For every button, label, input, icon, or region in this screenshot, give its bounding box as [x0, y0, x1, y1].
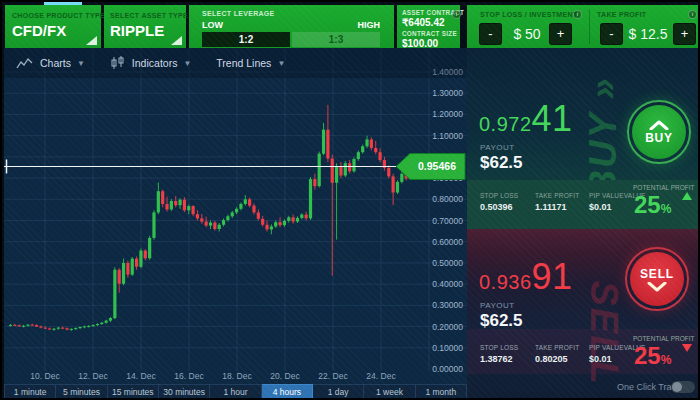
buy-potential-profit-label: POTENTIAL PROFIT	[633, 184, 695, 191]
asset-type-dropdown[interactable]: SELECT ASSET TYPE RIPPLE	[104, 5, 186, 48]
chart-area[interactable]: 1.400001.300001.200001.100001.000000.900…	[4, 48, 467, 384]
timeframe-button[interactable]: 1 hour	[210, 384, 261, 400]
asset-type-value: RIPPLE	[110, 22, 164, 39]
chevron-down-icon: ▼	[77, 59, 85, 68]
timeframe-button[interactable]: 1 month	[416, 384, 467, 400]
sell-stop-loss-label: STOP LOSS	[480, 344, 518, 351]
buy-potential-profit-value: 25%	[634, 191, 671, 219]
dropdown-arrow-icon	[86, 36, 97, 45]
sell-button-label: SELL	[640, 267, 674, 281]
charts-menu-label: Charts	[40, 57, 71, 69]
svg-text:1.30000: 1.30000	[432, 88, 463, 98]
svg-text:14. Dec: 14. Dec	[126, 371, 156, 381]
take-profit-plus-button[interactable]: +	[673, 23, 696, 45]
leverage-selector: SELECT LEVERAGE LOW HIGH 1:2 1:3	[189, 5, 394, 48]
active-tab-indicator	[44, 2, 82, 5]
candlestick-series	[9, 105, 421, 331]
product-type-dropdown[interactable]: CHOOSE PRODUCT TYPE CFD/FX	[5, 5, 101, 48]
profit-up-triangle-icon	[682, 192, 692, 200]
profit-down-triangle-icon	[682, 344, 692, 352]
buy-stop-loss-value: 0.50396	[480, 202, 513, 212]
sell-section: 0.93691 PAYOUT $62.5 SELL » SELL STOP LO…	[467, 229, 700, 400]
timeframe-bar: 1 minute5 minutes15 minutes30 minutes1 h…	[4, 384, 467, 400]
contract-size-label: CONTRACT SIZE	[402, 30, 457, 37]
header-divider	[589, 9, 590, 44]
timeframe-button[interactable]: 5 minutes	[56, 384, 107, 400]
svg-text:12. Dec: 12. Dec	[78, 371, 108, 381]
buy-stats-strip: STOP LOSS 0.50396 TAKE PROFIT 1.11171 PI…	[467, 180, 700, 229]
timeframe-button[interactable]: 1 week	[364, 384, 415, 400]
svg-text:18. Dec: 18. Dec	[222, 371, 252, 381]
take-profit-value: $ 12.5	[625, 25, 671, 43]
sell-stats-strip: STOP LOSS 1.38762 TAKE PROFIT 0.80205 PI…	[467, 329, 700, 374]
candlestick-icon	[110, 56, 126, 70]
svg-text:0.20000: 0.20000	[432, 322, 463, 332]
svg-text:0.30000: 0.30000	[432, 300, 463, 310]
current-price-tag: 0.95466	[396, 153, 465, 179]
trend-lines-menu-label: Trend Lines	[216, 57, 271, 69]
sell-price: 0.93691	[479, 256, 573, 298]
asset-contract-value: ₹6405.42	[402, 17, 445, 28]
leverage-option-1-2[interactable]: 1:2	[202, 32, 290, 47]
product-type-value: CFD/FX	[12, 22, 66, 39]
x-axis-labels: 10. Dec12. Dec14. Dec16. Dec18. Dec20. D…	[30, 371, 396, 381]
svg-text:0.80000: 0.80000	[432, 194, 463, 204]
leverage-high-label: HIGH	[358, 20, 381, 30]
svg-text:20. Dec: 20. Dec	[270, 371, 300, 381]
sell-potential-profit-value: 25%	[634, 342, 671, 370]
timeframe-button[interactable]: 1 minute	[4, 384, 56, 400]
toggle-knob	[672, 382, 682, 392]
buy-button-label: BUY	[645, 131, 673, 145]
timeframe-button[interactable]: 30 minutes	[159, 384, 210, 400]
timeframe-button[interactable]: 4 hours	[262, 384, 313, 400]
info-icon[interactable]: i	[688, 10, 697, 19]
leverage-option-1-3[interactable]: 1:3	[292, 32, 380, 47]
stop-loss-minus-button[interactable]: -	[479, 23, 502, 45]
dropdown-arrow-icon	[171, 36, 182, 45]
leverage-low-label: LOW	[202, 20, 223, 30]
sell-price-prefix: 0.936	[479, 271, 532, 294]
timeframe-button[interactable]: 15 minutes	[108, 384, 159, 400]
buy-button[interactable]: BUY	[627, 100, 691, 164]
sell-take-profit-value: 0.80205	[535, 354, 568, 364]
line-chart-icon	[16, 57, 34, 70]
chevron-down-icon: ▼	[277, 59, 285, 68]
buy-take-profit-value: 1.11171	[535, 202, 567, 212]
svg-text:0.60000: 0.60000	[432, 237, 463, 247]
sell-stop-loss-value: 1.38762	[480, 354, 513, 364]
svg-text:0.95466: 0.95466	[418, 160, 456, 172]
leverage-label: SELECT LEVERAGE	[202, 10, 275, 17]
stop-loss-plus-button[interactable]: +	[549, 23, 572, 45]
sell-button[interactable]: SELL	[625, 247, 689, 311]
one-click-trade-toggle[interactable]	[671, 381, 695, 393]
svg-text:16. Dec: 16. Dec	[174, 371, 204, 381]
contract-info-block: ASSET CONTRACT ₹6405.42 CONTRACT SIZE $1…	[397, 5, 460, 48]
svg-text:10. Dec: 10. Dec	[30, 371, 60, 381]
buy-price: 0.97241	[479, 98, 573, 140]
chevron-up-icon	[648, 120, 670, 130]
buy-price-prefix: 0.972	[479, 113, 532, 136]
info-icon[interactable]: i	[452, 10, 461, 19]
buy-stop-loss-label: STOP LOSS	[480, 192, 518, 199]
chart-pane: 1.400001.300001.200001.100001.000000.900…	[4, 48, 467, 400]
buy-pip-value: $0.01	[589, 202, 612, 212]
svg-text:0.70000: 0.70000	[432, 216, 463, 226]
take-profit-label: TAKE PROFIT	[597, 11, 646, 18]
take-profit-minus-button[interactable]: -	[600, 23, 623, 45]
svg-text:0.50000: 0.50000	[432, 258, 463, 268]
buy-payout-value: $62.5	[480, 153, 523, 173]
sell-payout-label: PAYOUT	[480, 301, 515, 310]
svg-text:24. Dec: 24. Dec	[366, 371, 396, 381]
asset-type-label: SELECT ASSET TYPE	[110, 12, 188, 19]
indicators-menu[interactable]: Indicators ▼	[110, 56, 191, 70]
trend-lines-menu[interactable]: Trend Lines ▼	[216, 57, 285, 69]
indicators-menu-label: Indicators	[132, 57, 178, 69]
svg-text:0.10000: 0.10000	[432, 343, 463, 353]
price-chart: 1.400001.300001.200001.100001.000000.900…	[4, 48, 467, 384]
svg-text:1.10000: 1.10000	[432, 131, 463, 141]
trade-panel: 0.97241 PAYOUT $62.5 BUY » BUY STOP LOSS…	[467, 48, 700, 400]
charts-menu[interactable]: Charts ▼	[16, 57, 85, 70]
svg-text:22. Dec: 22. Dec	[318, 371, 348, 381]
timeframe-button[interactable]: 1 day	[313, 384, 364, 400]
info-icon[interactable]: i	[573, 10, 582, 19]
